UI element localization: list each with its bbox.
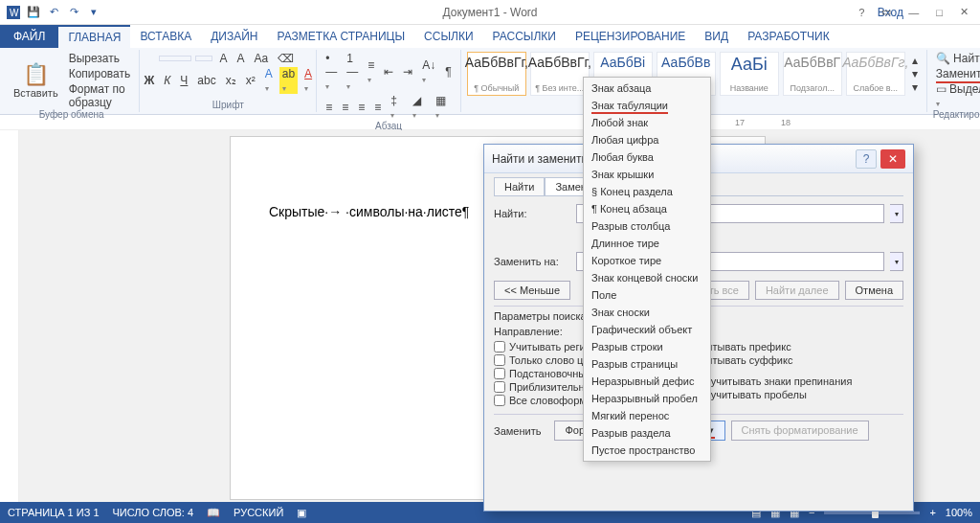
ribbon-display-icon[interactable]: ▭ <box>876 4 897 20</box>
style-no-spacing[interactable]: АаБбВвГг,¶ Без инте... <box>530 52 590 96</box>
indent-right-icon[interactable]: ⇥ <box>400 65 415 79</box>
dialog-help-icon[interactable]: ? <box>856 149 877 169</box>
show-marks-icon[interactable]: ¶ <box>442 65 454 79</box>
tab-layout[interactable]: РАЗМЕТКА СТРАНИЦЫ <box>268 25 415 48</box>
shrink-font-icon[interactable]: A <box>234 52 247 65</box>
zoom-percent[interactable]: 100% <box>946 507 972 518</box>
line-spacing-icon[interactable]: ‡ <box>388 94 405 121</box>
tab-view[interactable]: ВИД <box>695 25 738 48</box>
clear-format-icon[interactable]: ⌫ <box>275 52 297 65</box>
tab-insert[interactable]: ВСТАВКА <box>130 25 201 48</box>
italic-button[interactable]: К <box>161 74 173 87</box>
menu-item-para-end[interactable]: ¶ Конец абзаца <box>584 200 710 217</box>
tab-file[interactable]: ФАЙЛ <box>0 25 58 48</box>
style-subtle[interactable]: АаБбВвГг,Слабое в... <box>846 52 905 96</box>
select-button[interactable]: ▭ Выделить <box>933 82 980 109</box>
align-right-icon[interactable]: ≡ <box>355 101 368 114</box>
indent-left-icon[interactable]: ⇤ <box>381 65 396 79</box>
find-button[interactable]: 🔍 Найти <box>933 52 980 65</box>
status-wordcount[interactable]: ЧИСЛО СЛОВ: 4 <box>113 507 194 519</box>
redo-icon[interactable]: ↷ <box>66 5 81 20</box>
less-button[interactable]: << Меньше <box>494 281 570 300</box>
style-subtitle[interactable]: АаБбВвГПодзагол... <box>783 52 842 96</box>
menu-item-any-char[interactable]: Любой знак <box>584 114 710 131</box>
undo-icon[interactable]: ↶ <box>46 5 61 20</box>
tab-review[interactable]: РЕЦЕНЗИРОВАНИЕ <box>566 25 695 48</box>
sort-icon[interactable]: A↓ <box>419 58 438 85</box>
menu-item-nb-hyphen[interactable]: Неразрывный дефис <box>584 373 710 390</box>
menu-item-any-digit[interactable]: Любая цифра <box>584 131 710 148</box>
replace-button[interactable]: Заменить <box>933 67 980 80</box>
dialog-tab-find[interactable]: Найти <box>494 177 545 195</box>
style-more-icon[interactable]: ▾ <box>909 80 921 94</box>
menu-item-page-break[interactable]: Разрыв страницы <box>584 355 710 373</box>
save-icon[interactable]: 💾 <box>26 5 41 20</box>
borders-icon[interactable]: ▦ <box>433 94 454 121</box>
help-icon[interactable]: ? <box>853 5 870 20</box>
format-painter-button[interactable]: Формат по образцу <box>66 82 134 109</box>
superscript-button[interactable]: x² <box>243 74 258 87</box>
font-size[interactable] <box>195 56 212 61</box>
menu-item-line-break[interactable]: Разрыв строки <box>584 338 710 355</box>
menu-item-section-break[interactable]: Разрыв раздела <box>584 424 710 442</box>
grow-font-icon[interactable]: A <box>216 52 230 65</box>
tab-references[interactable]: ССЫЛКИ <box>414 25 482 48</box>
menu-item-caret[interactable]: Знак крышки <box>584 166 710 183</box>
menu-item-section-end[interactable]: § Конец раздела <box>584 183 710 200</box>
status-page[interactable]: СТРАНИЦА 1 ИЗ 1 <box>8 507 100 519</box>
qat-more-icon[interactable]: ▾ <box>86 5 101 20</box>
status-proofing-icon[interactable]: 📖 <box>207 507 220 519</box>
tab-developer[interactable]: РАЗРАБОТЧИК <box>738 25 839 48</box>
menu-item-any-letter[interactable]: Любая буква <box>584 148 710 166</box>
menu-item-graphic[interactable]: Графический объект <box>584 321 710 338</box>
font-name[interactable] <box>159 56 191 61</box>
menu-item-footnote[interactable]: Знак сноски <box>584 304 710 321</box>
menu-item-nb-space[interactable]: Неразрывный пробел <box>584 390 710 407</box>
menu-item-em-dash[interactable]: Длинное тире <box>584 235 710 252</box>
style-normal[interactable]: АаБбВвГг,¶ Обычный <box>467 52 526 96</box>
find-next-button[interactable]: Найти далее <box>755 281 839 300</box>
style-scroll-up-icon[interactable]: ▴ <box>909 54 921 67</box>
menu-item-column-break[interactable]: Разрыв столбца <box>584 217 710 235</box>
tab-design[interactable]: ДИЗАЙН <box>201 25 267 48</box>
menu-item-en-dash[interactable]: Короткое тире <box>584 252 710 269</box>
bold-button[interactable]: Ж <box>141 74 157 87</box>
menu-item-whitespace[interactable]: Пустое пространство <box>584 442 710 459</box>
multilevel-icon[interactable]: ≡ <box>365 58 377 85</box>
align-center-icon[interactable]: ≡ <box>339 101 351 114</box>
strike-button[interactable]: abc <box>194 74 218 87</box>
menu-item-endnote[interactable]: Знак концевой сноски <box>584 269 710 286</box>
copy-button[interactable]: Копировать <box>66 67 134 80</box>
style-scroll-down-icon[interactable]: ▾ <box>909 67 921 80</box>
maximize-icon[interactable]: □ <box>930 5 948 20</box>
status-macro-icon[interactable]: ▣ <box>297 507 306 519</box>
paste-button[interactable]: 📋 Вставить <box>10 62 62 99</box>
bullets-icon[interactable]: •— <box>323 52 340 92</box>
menu-item-paragraph[interactable]: Знак абзаца <box>584 80 710 97</box>
change-case-icon[interactable]: Aa <box>251 52 271 65</box>
subscript-button[interactable]: x₂ <box>223 74 239 87</box>
underline-button[interactable]: Ч <box>177 74 190 87</box>
justify-icon[interactable]: ≡ <box>371 101 384 114</box>
zoom-in-icon[interactable]: + <box>929 507 935 518</box>
find-dropdown-icon[interactable]: ▾ <box>890 204 903 223</box>
text-effects-icon[interactable]: A <box>262 67 276 94</box>
highlight-icon[interactable]: ab <box>279 67 298 94</box>
menu-item-soft-hyphen[interactable]: Мягкий перенос <box>584 407 710 424</box>
cut-button[interactable]: Вырезать <box>66 52 134 65</box>
tab-mailings[interactable]: РАССЫЛКИ <box>483 25 566 48</box>
tab-home[interactable]: ГЛАВНАЯ <box>58 25 130 48</box>
menu-item-tab[interactable]: Знак табуляции <box>584 97 710 114</box>
dialog-close-icon[interactable]: ✕ <box>880 149 905 169</box>
close-icon[interactable]: ✕ <box>954 4 974 20</box>
align-left-icon[interactable]: ≡ <box>323 101 335 114</box>
status-language[interactable]: РУССКИЙ <box>234 507 283 519</box>
shading-icon[interactable]: ◢ <box>410 94 430 121</box>
minimize-icon[interactable]: — <box>902 5 924 20</box>
font-color-icon[interactable]: A <box>301 67 315 94</box>
menu-item-field[interactable]: Поле <box>584 286 710 304</box>
clear-format-button[interactable]: Снять форматирование <box>731 421 869 441</box>
style-title[interactable]: АаБіНазвание <box>720 52 779 96</box>
cancel-button[interactable]: Отмена <box>845 281 903 300</box>
replace-dropdown-icon[interactable]: ▾ <box>890 252 903 271</box>
